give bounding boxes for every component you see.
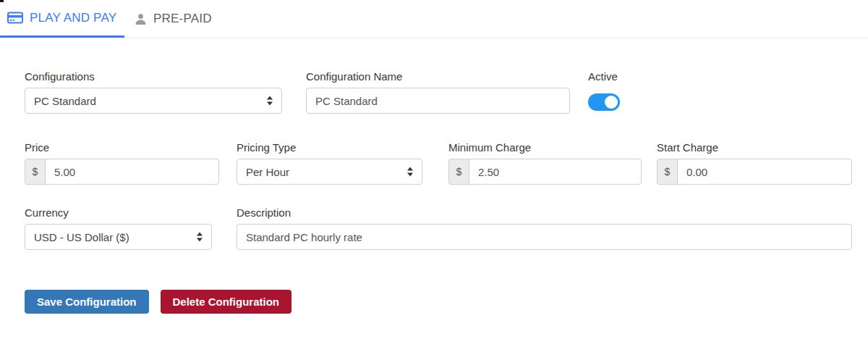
toggle-knob (605, 96, 618, 109)
description-label: Description (237, 207, 852, 218)
minimum-charge-group: Minimum Charge $ (448, 142, 642, 185)
start-charge-label: Start Charge (657, 142, 852, 153)
configurations-group: Configurations PC Standard (25, 71, 282, 114)
minimum-charge-currency-addon: $ (448, 159, 469, 185)
currency-select[interactable]: USD - US Dollar ($) (25, 224, 212, 250)
minimum-charge-input[interactable] (469, 159, 642, 185)
configuration-name-label: Configuration Name (306, 71, 570, 82)
tab-play-and-pay-label: PLAY AND PAY (30, 11, 116, 25)
minimum-charge-label: Minimum Charge (448, 142, 642, 153)
credit-card-icon (7, 12, 23, 24)
select-arrows-icon (267, 96, 273, 106)
configurations-label: Configurations (25, 71, 282, 82)
configurations-selected-value: PC Standard (34, 95, 96, 107)
pricing-type-label: Pricing Type (237, 142, 422, 153)
description-group: Description (237, 207, 852, 250)
pricing-type-selected-value: Per Hour (246, 166, 289, 178)
price-input[interactable] (45, 159, 219, 185)
action-buttons-row: Save Configuration Delete Configuration (25, 290, 292, 314)
pricing-type-select[interactable]: Per Hour (237, 159, 422, 185)
select-arrows-icon (197, 233, 203, 242)
configurations-select[interactable]: PC Standard (25, 88, 282, 114)
currency-group: Currency USD - US Dollar ($) (25, 207, 212, 250)
tab-pre-paid-label: PRE-PAID (153, 12, 212, 26)
price-currency-addon: $ (25, 159, 46, 185)
currency-selected-value: USD - US Dollar ($) (34, 231, 129, 243)
save-configuration-button[interactable]: Save Configuration (25, 290, 149, 314)
currency-label: Currency (25, 207, 212, 218)
description-input[interactable] (237, 224, 852, 250)
active-toggle[interactable] (588, 93, 620, 111)
delete-configuration-button[interactable]: Delete Configuration (161, 290, 292, 314)
person-icon (135, 13, 147, 25)
start-charge-currency-addon: $ (657, 159, 678, 185)
play-and-pay-config-page: PLAY AND PAY PRE-PAID Configurations PC … (0, 0, 868, 339)
price-group: Price $ (25, 142, 219, 185)
active-group: Active (588, 71, 620, 111)
tab-bar: PLAY AND PAY PRE-PAID (0, 0, 868, 38)
select-arrows-icon (407, 167, 413, 177)
start-charge-input[interactable] (677, 159, 852, 185)
tab-pre-paid[interactable]: PRE-PAID (124, 0, 224, 38)
active-label: Active (588, 71, 620, 82)
configuration-name-group: Configuration Name (306, 71, 570, 114)
tab-play-and-pay[interactable]: PLAY AND PAY (0, 0, 124, 38)
configuration-name-input[interactable] (306, 88, 570, 114)
pricing-type-group: Pricing Type Per Hour (237, 142, 422, 185)
price-label: Price (25, 142, 219, 153)
start-charge-group: Start Charge $ (657, 142, 852, 185)
